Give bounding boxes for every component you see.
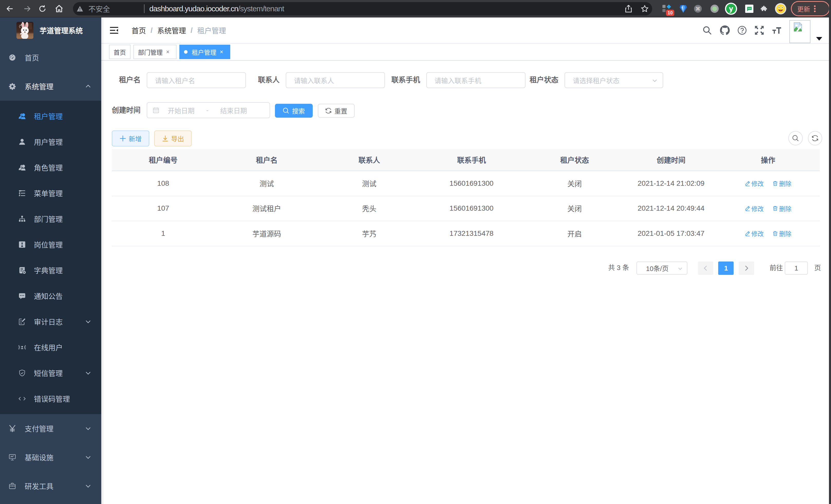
tenant-name-input[interactable]: 请输入租户名 [147, 72, 246, 88]
gray-dot-extension-icon[interactable] [710, 0, 719, 18]
sidebar-item-home[interactable]: 首页 [0, 43, 101, 72]
sidebar-item-error-code[interactable]: 错误码管理 [0, 386, 101, 412]
status-select[interactable]: 请选择租户状态 [565, 72, 663, 88]
github-icon[interactable] [720, 18, 730, 43]
menu-item-label: 基础设施 [25, 452, 53, 463]
hamburger-icon[interactable] [110, 26, 118, 34]
emoji-profile-icon[interactable] [775, 0, 786, 18]
app-title: 芋道管理系统 [39, 25, 83, 35]
sidebar-item-post[interactable]: 岗位管理 [0, 232, 101, 258]
sidebar-item-user[interactable]: 用户管理 [0, 129, 101, 155]
refresh-icon [811, 135, 819, 142]
tag-close-icon[interactable]: × [164, 48, 172, 56]
sidebar-item-role[interactable]: 角色管理 [0, 155, 101, 180]
url-path: /system/tenant [238, 4, 284, 13]
table-row: 107 测试租户 秃头 15601691300 关闭 2021-12-14 20… [112, 196, 820, 221]
select-chevron-down-icon [652, 78, 658, 84]
sidebar-item-dict[interactable]: 字典管理 [0, 258, 101, 283]
trash-icon [772, 181, 778, 186]
browser-address-bar[interactable]: 不安全 dashboard.yudao.iocoder.cn/system/te… [73, 2, 652, 16]
header-search-icon[interactable] [703, 18, 712, 43]
next-page-button[interactable] [739, 262, 754, 275]
breadcrumb-home[interactable]: 首页 [132, 25, 146, 35]
sidebar-logo[interactable]: 芋道管理系统 [0, 18, 101, 43]
chevron-down-icon [85, 370, 91, 376]
bookmark-star-icon[interactable] [641, 0, 649, 18]
command-extension-icon[interactable]: ⌘ [694, 0, 702, 18]
edit-button[interactable]: 修改 [745, 204, 764, 213]
tag-home[interactable]: 首页 [109, 45, 131, 59]
delete-button[interactable]: 删除 [772, 229, 792, 238]
shield-check-icon [19, 369, 26, 377]
filter-label-status: 租户状态 [517, 72, 558, 88]
browser-update-button[interactable]: 更新 [791, 1, 830, 16]
sidebar-item-audit-log[interactable]: 审计日志 [0, 309, 101, 334]
sidebar-item-menu[interactable]: 菜单管理 [0, 180, 101, 206]
delete-button[interactable]: 删除 [772, 204, 792, 213]
export-button[interactable]: 导出 [154, 130, 192, 146]
sidebar-item-online-user[interactable]: 在线用户 [0, 334, 101, 360]
refresh-icon [325, 108, 332, 114]
logo-rabbit-image [17, 22, 33, 39]
browser-back-icon[interactable] [6, 0, 13, 18]
tag-dept[interactable]: 部门管理× [133, 45, 176, 59]
end-date-placeholder[interactable]: 结束日期 [211, 106, 256, 115]
tag-tenant[interactable]: 租户管理× [179, 45, 230, 59]
sidebar-item-pay[interactable]: 支付管理 [0, 414, 101, 443]
breadcrumb-separator: / [191, 26, 193, 34]
browser-forward-icon[interactable] [24, 0, 31, 18]
puzzle-extensions-icon[interactable] [761, 0, 768, 18]
contact-input[interactable]: 请输入联系人 [286, 72, 385, 88]
breadcrumb-section[interactable]: 系统管理 [157, 25, 186, 35]
y-logo-extension-icon[interactable]: y [725, 0, 737, 18]
browser-menu-dots-icon[interactable] [814, 5, 816, 12]
trash-icon [772, 206, 778, 211]
current-page-button[interactable]: 1 [718, 262, 734, 275]
edit-button[interactable]: 修改 [745, 229, 764, 238]
cell-actions: 修改 删除 [716, 179, 820, 188]
sidebar-item-tenant[interactable]: 租户管理 [0, 103, 101, 129]
browser-home-icon[interactable] [55, 0, 63, 18]
edit-button[interactable]: 修改 [745, 179, 764, 188]
sidebar-item-system[interactable]: 系统管理 [0, 72, 101, 101]
page-size-select[interactable]: 10条/页 [636, 262, 687, 275]
table-search-toggle-button[interactable] [789, 131, 803, 145]
delete-link-label: 删除 [779, 229, 792, 238]
reset-button[interactable]: 重置 [318, 104, 354, 118]
fullscreen-icon[interactable] [754, 18, 764, 43]
add-button[interactable]: 新增 [112, 130, 149, 146]
sidebar-item-dept[interactable]: 部门管理 [0, 206, 101, 232]
sidebar-item-notice[interactable]: 通知公告 [0, 283, 101, 309]
security-label[interactable]: 不安全 [88, 4, 110, 14]
cell-mobile: 17321315478 [420, 229, 523, 238]
placeholder-text: 请选择租户状态 [573, 76, 620, 85]
avatar[interactable] [790, 20, 810, 43]
sidebar-item-sms[interactable]: 短信管理 [0, 360, 101, 386]
avatar-caret-down-icon[interactable] [816, 37, 822, 44]
peoples-icon [19, 113, 26, 120]
filter-label-tenant-name: 租户名 [99, 72, 141, 88]
chat-extension-icon[interactable] [745, 0, 753, 18]
prev-page-button[interactable] [698, 262, 713, 275]
browser-reload-icon[interactable] [38, 0, 46, 18]
sidebar-item-infra[interactable]: 基础设施 [0, 443, 101, 472]
breadcrumb: 首页 / 系统管理 / 租户管理 [132, 18, 226, 43]
search-button[interactable]: 搜索 [275, 104, 313, 118]
mobile-input[interactable]: 请输入联系手机 [426, 72, 525, 88]
pagination-goto-input[interactable]: 1 [785, 262, 808, 275]
tag-close-icon[interactable]: × [218, 48, 226, 56]
table-refresh-button[interactable] [808, 131, 822, 145]
create-time-range-input[interactable]: 开始日期 - 结束日期 [147, 102, 270, 118]
placeholder-text: 请输入租户名 [155, 76, 195, 85]
sidebar-item-dev-tools[interactable]: 研发工具 [0, 472, 101, 500]
col-header-name: 租户名 [214, 155, 319, 165]
share-icon[interactable] [625, 0, 632, 18]
url-text[interactable]: dashboard.yudao.iocoder.cn/system/tenant [149, 4, 284, 13]
dashboard-icon [9, 54, 16, 61]
delete-button[interactable]: 删除 [772, 179, 792, 188]
menu-item-label: 角色管理 [34, 162, 63, 173]
help-question-icon[interactable] [738, 18, 747, 43]
start-date-placeholder[interactable]: 开始日期 [159, 106, 203, 115]
parachute-extension-icon[interactable] [679, 0, 687, 18]
font-size-icon[interactable] [772, 18, 782, 43]
